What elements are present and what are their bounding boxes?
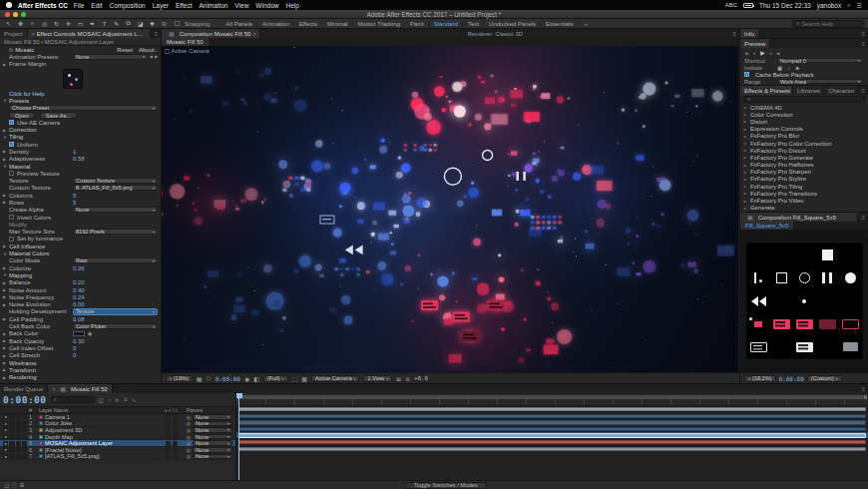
- effect-row-transform[interactable]: ▶Transform: [0, 366, 161, 373]
- fx-switch-icon[interactable]: [166, 447, 171, 452]
- effect-row-rows[interactable]: ▶Rows5: [0, 199, 161, 206]
- fx-switch-icon[interactable]: [166, 441, 171, 446]
- label-color-chip[interactable]: [39, 448, 43, 452]
- property-dropdown[interactable]: Color Picker▾: [73, 323, 158, 329]
- track-row-atlas-fill-5x5-png[interactable]: [236, 446, 868, 453]
- close-icon[interactable]: ×: [52, 386, 55, 392]
- pickwhip-icon[interactable]: ◎: [187, 427, 191, 433]
- 3d-switch-icon[interactable]: [173, 421, 178, 426]
- reset-button[interactable]: Reset: [117, 47, 133, 53]
- next-frame-button[interactable]: ›: [770, 50, 772, 56]
- video-eye-icon[interactable]: ●: [3, 447, 8, 452]
- layer-duration-bar[interactable]: [238, 440, 866, 444]
- audio-icon[interactable]: [9, 427, 14, 432]
- checkbox[interactable]: [9, 237, 14, 242]
- atlas-viewport[interactable]: [740, 230, 868, 372]
- first-frame-button[interactable]: «: [745, 50, 748, 56]
- menu-animation[interactable]: Animation: [199, 2, 227, 9]
- track-row-adjustment-3d[interactable]: [236, 419, 868, 426]
- resolution-dropdown[interactable]: (Full) ▾: [263, 375, 288, 382]
- 3d-switch-icon[interactable]: [173, 454, 178, 459]
- work-area-bar[interactable]: [237, 395, 867, 399]
- parent-dropdown[interactable]: None▾: [193, 434, 232, 440]
- effect-row-noise-amount[interactable]: ▶Noise Amount0.40: [0, 286, 161, 293]
- close-icon[interactable]: ×: [252, 31, 255, 37]
- effects-category-generate[interactable]: ▸Generate: [740, 205, 868, 212]
- tool-mask-icon[interactable]: ▭: [76, 20, 85, 27]
- tab-composition-viewer[interactable]: ▦ Composition Mosaic Fill 50 ×: [162, 29, 260, 38]
- tool-clone-stamp-icon[interactable]: ⧉: [124, 20, 133, 27]
- save-as-button[interactable]: Save As...: [40, 112, 77, 118]
- effects-search[interactable]: ⌕: [743, 96, 865, 103]
- effects-category-expression-controls[interactable]: ▸Expression Controls: [740, 126, 868, 133]
- menu-view[interactable]: View: [234, 2, 248, 9]
- transparency-grid-icon[interactable]: ▩: [301, 375, 307, 382]
- fast-previews-icon[interactable]: ≋: [405, 375, 410, 382]
- workspace-overflow-icon[interactable]: »: [584, 21, 587, 27]
- timeline-tracks[interactable]: [236, 393, 868, 480]
- open-button[interactable]: Open: [9, 112, 35, 118]
- fx-switch-icon[interactable]: [166, 414, 171, 419]
- workspace-tab-motion-tracking[interactable]: Motion Tracking: [354, 21, 405, 27]
- layer-duration-bar[interactable]: [238, 407, 866, 411]
- checkbox[interactable]: ✓: [9, 142, 14, 147]
- parent-dropdown[interactable]: None▾: [193, 427, 232, 433]
- label-color-chip[interactable]: [39, 435, 43, 439]
- layer-name-header[interactable]: Layer Name: [39, 407, 157, 413]
- timeline-current-time[interactable]: 0:00:00: [3, 394, 47, 405]
- expand-in-out-icon[interactable]: ⊞: [20, 482, 25, 488]
- tool-orbit-icon[interactable]: ◎: [40, 20, 49, 27]
- tool-zoom-icon[interactable]: ⌕: [28, 20, 37, 27]
- property-value[interactable]: 0.00: [73, 301, 85, 307]
- menu-layer[interactable]: Layer: [153, 2, 169, 9]
- help-search[interactable]: ⌕: [792, 20, 864, 28]
- tool-brush-icon[interactable]: ✎: [112, 20, 121, 27]
- magnification-dropdown[interactable]: ▾ (19%): [166, 375, 193, 382]
- effects-category-fxfactory-pro-video[interactable]: ▸FxFactory Pro Video: [740, 197, 868, 204]
- effect-row-frame-margin[interactable]: ▶Frame Margin: [0, 61, 161, 68]
- effect-row-noise-frequency[interactable]: ▶Noise Frequency0.24: [0, 293, 161, 300]
- label-color-chip[interactable]: [39, 415, 43, 419]
- tab-render-queue[interactable]: Render Queue: [0, 384, 48, 393]
- timeline-search[interactable]: ⌕: [51, 396, 95, 403]
- effect-row-rendering[interactable]: ▶Rendering: [0, 373, 161, 380]
- fx-switch-icon[interactable]: [166, 454, 171, 459]
- hide-shy-icon[interactable]: ✳: [115, 397, 120, 403]
- track-row-color-joke[interactable]: [236, 413, 868, 420]
- parent-dropdown[interactable]: None▾: [193, 421, 232, 427]
- include-video-icon[interactable]: ▣: [777, 65, 782, 71]
- property-dropdown[interactable]: Custom Texture▾: [73, 178, 158, 184]
- panel-menu-icon[interactable]: ≡: [858, 86, 868, 95]
- property-value[interactable]: 1: [73, 149, 76, 155]
- last-frame-button[interactable]: »: [777, 50, 780, 56]
- workspace-tab-paint[interactable]: Paint: [406, 21, 429, 27]
- tool-rotate-icon[interactable]: ↻: [52, 20, 61, 27]
- mosaic-plugin-logo-icon[interactable]: [63, 69, 83, 89]
- checkbox[interactable]: ✓: [9, 120, 14, 125]
- minimize-window-button[interactable]: [13, 12, 18, 17]
- panel-menu-icon[interactable]: ≡: [858, 384, 868, 393]
- property-dropdown[interactable]: Texture▾: [73, 308, 158, 314]
- effect-row-adaptiveness[interactable]: ▶Adaptiveness0.58: [0, 156, 161, 163]
- menu-composition[interactable]: Composition: [110, 2, 146, 9]
- panel-menu-icon[interactable]: ≡: [858, 213, 868, 222]
- effect-row-buttons[interactable]: OpenSave As...: [0, 112, 161, 119]
- include-audio-icon[interactable]: ♪: [787, 65, 790, 71]
- effect-row-mosaic[interactable]: fxMosaicResetAbout..: [0, 46, 161, 53]
- workspace-tab-essentials[interactable]: Essentials: [542, 21, 578, 27]
- effects-category-distort[interactable]: ▸Distort: [740, 118, 868, 125]
- parent-dropdown[interactable]: None▾: [193, 440, 232, 446]
- layer-row-atlas-fill-5x5-png[interactable]: ●7[ATLAS_Fill_5x5.png]◎None▾: [0, 454, 235, 461]
- effects-category-fxfactory-pro-sharpen[interactable]: ▸FxFactory Pro Sharpen: [740, 169, 868, 176]
- effects-category-fxfactory-pro-generate[interactable]: ▸FxFactory Pro Generate: [740, 154, 868, 161]
- effect-row-color-mode[interactable]: Color ModeRaw▾: [0, 257, 161, 264]
- tool-roto-brush-icon[interactable]: ❖: [148, 20, 157, 27]
- effect-row-texture[interactable]: TextureCustom Texture▾: [0, 177, 161, 184]
- effect-row-balance[interactable]: ▶Balance0.20: [0, 279, 161, 286]
- mask-visibility-icon[interactable]: ⬭: [207, 375, 212, 382]
- audio-icon[interactable]: [9, 434, 14, 439]
- color-swatch[interactable]: [73, 331, 85, 336]
- label-color-chip[interactable]: [39, 421, 43, 425]
- solo-icon[interactable]: [16, 427, 21, 432]
- solo-icon[interactable]: [16, 414, 21, 419]
